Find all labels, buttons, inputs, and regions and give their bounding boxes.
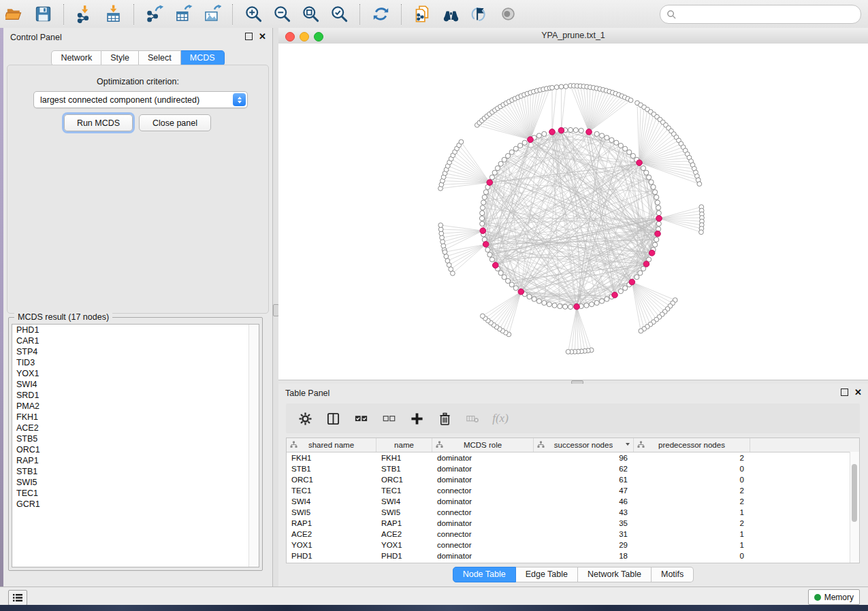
zoom-selected-button[interactable] bbox=[329, 5, 349, 24]
network-canvas[interactable] bbox=[278, 44, 868, 380]
function-builder-button[interactable]: f(x) bbox=[493, 411, 508, 426]
table-row[interactable]: STB1STB1dominator620 bbox=[287, 463, 859, 474]
tab-motifs[interactable]: Motifs bbox=[652, 567, 694, 582]
delete-rows-button[interactable] bbox=[437, 411, 452, 426]
save-session-button[interactable] bbox=[33, 5, 52, 24]
mcds-result-item[interactable]: STB1 bbox=[12, 466, 259, 477]
export-table-button[interactable] bbox=[174, 5, 193, 24]
close-panel-button[interactable]: Close panel bbox=[139, 114, 211, 131]
refresh-view-button[interactable] bbox=[371, 5, 390, 24]
search-input[interactable] bbox=[677, 7, 861, 21]
criterion-value: largest connected component (undirected) bbox=[34, 95, 233, 105]
mcds-result-item[interactable]: TID3 bbox=[12, 357, 259, 368]
table-row[interactable]: RAP1RAP1dominator352 bbox=[287, 518, 859, 529]
network-window-titlebar[interactable]: YPA_prune.txt_1 bbox=[278, 28, 868, 44]
cell-shared_name: ORC1 bbox=[287, 474, 376, 485]
open-file-button[interactable] bbox=[5, 5, 24, 24]
tab-mcds[interactable]: MCDS bbox=[181, 50, 225, 66]
mcds-result-item[interactable]: GCR1 bbox=[12, 499, 259, 510]
mcds-result-item[interactable]: CAR1 bbox=[12, 335, 259, 346]
zoom-out-button[interactable] bbox=[272, 5, 291, 24]
mcds-result-item[interactable]: ORC1 bbox=[12, 444, 259, 455]
mcds-result-item[interactable]: SWI5 bbox=[12, 477, 259, 488]
toggle-graphics-details-button[interactable] bbox=[470, 5, 489, 24]
mcds-result-item[interactable]: SWI4 bbox=[12, 379, 259, 390]
table-scrollbar[interactable] bbox=[850, 452, 859, 563]
export-network-icon bbox=[146, 5, 164, 23]
table-row[interactable]: ACE2ACE2connector311 bbox=[287, 529, 859, 540]
tab-node-table[interactable]: Node Table bbox=[453, 567, 516, 582]
memory-button[interactable]: Memory bbox=[808, 589, 860, 605]
select-all-button[interactable] bbox=[353, 411, 368, 426]
column-header-predecessor_nodes[interactable]: predecessor nodes bbox=[634, 438, 750, 452]
add-row-button[interactable] bbox=[409, 411, 424, 426]
tab-network[interactable]: Network bbox=[51, 50, 101, 66]
tab-edge-table[interactable]: Edge Table bbox=[516, 567, 578, 582]
toolbar-separator bbox=[401, 4, 402, 24]
mcds-result-item[interactable]: YOX1 bbox=[12, 368, 259, 379]
show-columns-button[interactable] bbox=[325, 411, 340, 426]
mcds-result-item[interactable]: TEC1 bbox=[12, 488, 259, 499]
table-row[interactable]: YOX1YOX1connector291 bbox=[287, 540, 859, 550]
node-table[interactable]: shared namenameMCDS rolesuccessor nodesp… bbox=[286, 437, 860, 563]
mcds-result-item[interactable]: STB5 bbox=[12, 433, 259, 444]
cell-predecessor_nodes: 1 bbox=[634, 529, 750, 540]
table-row[interactable]: PHD1PHD1dominator180 bbox=[287, 550, 859, 561]
float-panel-icon[interactable] bbox=[245, 33, 253, 40]
cell-successor_nodes: 43 bbox=[534, 507, 634, 518]
close-panel-icon[interactable]: ✕ bbox=[854, 389, 862, 396]
mcds-result-item[interactable]: SRD1 bbox=[12, 390, 259, 401]
table-row[interactable]: SWI5SWI5connector431 bbox=[287, 507, 859, 518]
search-box[interactable] bbox=[660, 5, 861, 24]
flag-toggle-icon bbox=[470, 5, 489, 23]
cell-mcds_role: dominator bbox=[432, 550, 534, 561]
scrollbar-thumb[interactable] bbox=[852, 464, 857, 522]
mcds-result-item[interactable]: PMA2 bbox=[12, 401, 259, 412]
network-from-document-button[interactable] bbox=[413, 5, 432, 24]
control-panel-tabs: NetworkStyleSelectMCDS bbox=[3, 50, 272, 66]
column-header-filler bbox=[750, 438, 859, 452]
column-header-mcds_role[interactable]: MCDS role bbox=[432, 438, 534, 452]
table-row[interactable]: FKH1FKH1dominator962 bbox=[287, 452, 859, 463]
dropdown-stepper-icon bbox=[233, 93, 246, 106]
mcds-result-item[interactable]: FKH1 bbox=[12, 412, 259, 423]
import-table-button[interactable] bbox=[103, 5, 123, 24]
tab-network-table[interactable]: Network Table bbox=[578, 567, 652, 582]
tab-style[interactable]: Style bbox=[101, 50, 139, 66]
table-row[interactable]: ORC1ORC1dominator610 bbox=[287, 474, 859, 485]
search-network-button[interactable] bbox=[441, 5, 460, 24]
zoom-fit-button[interactable] bbox=[301, 5, 320, 24]
cell-shared_name: SWI4 bbox=[287, 496, 376, 507]
float-panel-icon[interactable] bbox=[841, 389, 848, 396]
mcds-list-scrollbar[interactable] bbox=[248, 325, 259, 567]
mcds-result-item[interactable]: RAP1 bbox=[12, 455, 259, 466]
table-row[interactable]: TEC1TEC1connector472 bbox=[287, 485, 859, 496]
delete-column-button[interactable] bbox=[465, 411, 480, 426]
log-console-button[interactable] bbox=[8, 590, 27, 606]
cell-predecessor_nodes: 1 bbox=[634, 507, 750, 518]
deselect-all-button[interactable] bbox=[381, 411, 396, 426]
column-header-name[interactable]: name bbox=[376, 438, 432, 452]
mcds-result-item[interactable]: ACE2 bbox=[12, 423, 259, 433]
network-graph[interactable] bbox=[278, 44, 868, 380]
column-header-successor_nodes[interactable]: successor nodes bbox=[534, 438, 634, 452]
mcds-result-item[interactable]: STP4 bbox=[12, 346, 259, 357]
zoom-in-icon bbox=[244, 5, 263, 23]
close-panel-icon[interactable]: ✕ bbox=[259, 33, 266, 40]
import-network-button[interactable] bbox=[75, 5, 94, 24]
tab-select[interactable]: Select bbox=[139, 50, 181, 66]
mcds-result-item[interactable]: PHD1 bbox=[12, 325, 259, 335]
cell-successor_nodes: 18 bbox=[534, 550, 634, 561]
export-image-button[interactable] bbox=[202, 5, 221, 24]
mcds-result-list[interactable]: PHD1CAR1STP4TID3YOX1SWI4SRD1PMA2FKH1ACE2… bbox=[12, 324, 259, 567]
cell-mcds_role: dominator bbox=[432, 474, 534, 485]
run-mcds-button[interactable]: Run MCDS bbox=[64, 114, 133, 131]
table-settings-button[interactable] bbox=[298, 411, 312, 426]
toolbar-separator bbox=[63, 4, 64, 24]
column-header-shared_name[interactable]: shared name bbox=[287, 438, 376, 452]
criterion-dropdown[interactable]: largest connected component (undirected) bbox=[33, 91, 248, 108]
zoom-in-button[interactable] bbox=[244, 5, 263, 24]
show-hide-button[interactable] bbox=[498, 5, 517, 24]
table-row[interactable]: SWI4SWI4dominator462 bbox=[287, 496, 859, 507]
export-network-button[interactable] bbox=[145, 5, 164, 24]
